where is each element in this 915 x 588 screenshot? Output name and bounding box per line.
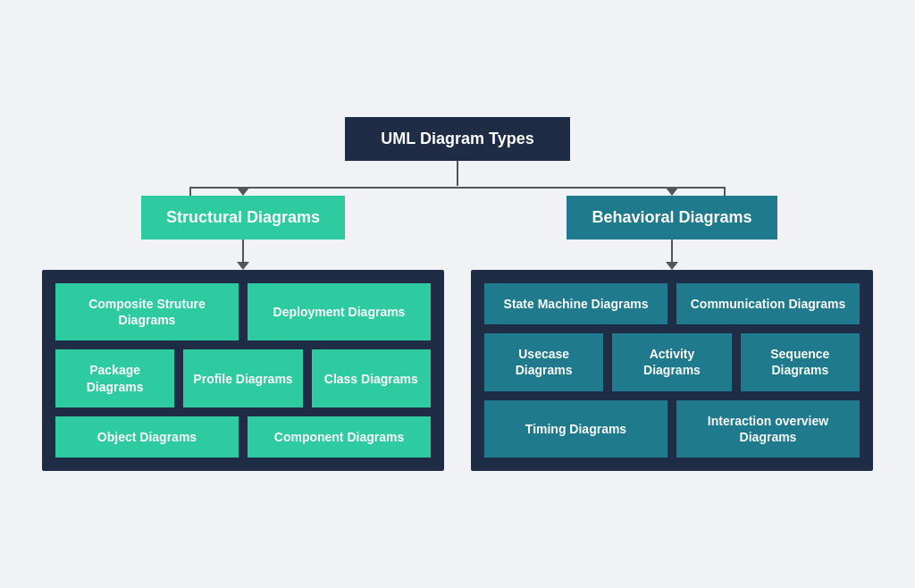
structural-row-1: Composite Struture Diagrams Deployment D… — [55, 283, 431, 340]
branch-line — [189, 187, 726, 189]
behavioral-box: State Machine Diagrams Communication Dia… — [471, 270, 873, 471]
behavioral-column: Behavioral Diagrams State Machine Diagra… — [471, 188, 873, 471]
tile-deployment: Deployment Diagrams — [248, 283, 431, 340]
structural-row-3: Object Diagrams Component Diagrams — [55, 416, 431, 458]
tile-class: Class Diagrams — [312, 349, 431, 407]
tile-composite: Composite Struture Diagrams — [55, 283, 239, 340]
structural-column: Structural Diagrams Composite Struture D… — [42, 188, 444, 471]
structural-row-2: Package Diagrams Profile Diagrams Class … — [55, 349, 431, 407]
behavioral-vline — [671, 239, 673, 262]
tile-usecase: Usecase Diagrams — [484, 333, 603, 391]
root-label: UML Diagram Types — [381, 130, 533, 147]
tile-interaction-overview: Interaction overview Diagrams — [676, 400, 860, 458]
uml-diagram: UML Diagram Types Structural Diagrams — [29, 117, 886, 471]
root-vertical-line — [457, 161, 458, 186]
behavioral-row-2: Usecase Diagrams Activity Diagrams Seque… — [484, 333, 860, 391]
tile-state-machine: State Machine Diagrams — [484, 283, 667, 324]
behavioral-label: Behavioral Diagrams — [567, 196, 776, 239]
tile-activity: Activity Diagrams — [612, 333, 731, 391]
tile-communication: Communication Diagrams — [676, 283, 860, 324]
structural-arrow — [237, 188, 249, 196]
root-node: UML Diagram Types — [345, 117, 569, 161]
tile-object: Object Diagrams — [55, 416, 239, 458]
horizontal-branch — [189, 186, 726, 188]
tile-sequence: Sequence Diagrams — [741, 333, 860, 391]
tile-component: Component Diagrams — [248, 416, 431, 458]
behavioral-arrow — [666, 188, 678, 196]
main-columns: Structural Diagrams Composite Struture D… — [29, 188, 886, 471]
behavioral-row-3: Timing Diagrams Interaction overview Dia… — [484, 400, 860, 458]
behavioral-arrow2 — [666, 262, 678, 270]
tile-timing: Timing Diagrams — [484, 400, 667, 458]
structural-box: Composite Struture Diagrams Deployment D… — [42, 270, 444, 471]
structural-label: Structural Diagrams — [141, 196, 345, 239]
structural-vline — [242, 239, 244, 262]
tile-package: Package Diagrams — [55, 349, 174, 407]
tile-profile: Profile Diagrams — [183, 349, 302, 407]
structural-arrow2 — [237, 262, 249, 270]
behavioral-row-1: State Machine Diagrams Communication Dia… — [484, 283, 860, 324]
